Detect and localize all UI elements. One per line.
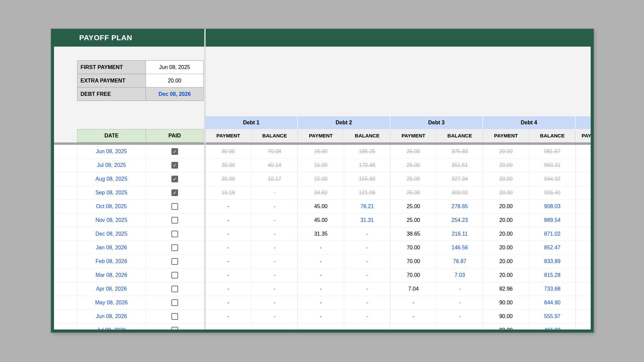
balance-cell[interactable]: - (252, 214, 298, 227)
balance-cell[interactable]: 852.47 (529, 241, 576, 254)
balance-cell[interactable]: 76.21 (344, 200, 390, 213)
paid-checkbox[interactable] (171, 203, 178, 210)
payment-cell[interactable]: 70.00 (390, 268, 437, 282)
payment-cell[interactable] (576, 268, 591, 282)
date-cell[interactable]: Jun 08, 2026 (77, 310, 146, 323)
balance-cell[interactable]: 963.31 (529, 159, 576, 172)
date-cell[interactable]: Jul 08, 2026 (77, 323, 146, 329)
payment-cell[interactable]: 20.00 (483, 241, 529, 254)
payment-cell[interactable]: 70.00 (390, 241, 437, 254)
balance-cell[interactable]: 185.25 (344, 145, 390, 158)
payment-cell[interactable]: - (205, 200, 252, 213)
payment-cell[interactable] (576, 323, 591, 329)
balance-cell[interactable]: - (252, 323, 298, 329)
payment-cell[interactable]: 20.00 (483, 186, 529, 199)
balance-cell[interactable]: 871.02 (529, 227, 576, 241)
payment-cell[interactable]: - (205, 241, 252, 254)
payment-cell[interactable]: - (298, 282, 344, 296)
date-cell[interactable]: Mar 08, 2026 (77, 268, 146, 282)
paid-checkbox[interactable]: ✓ (171, 148, 178, 155)
payment-cell[interactable]: 30.00 (205, 159, 252, 172)
payment-cell[interactable]: 90.00 (483, 323, 529, 329)
balance-cell[interactable]: 254.23 (437, 214, 483, 227)
payment-cell[interactable]: - (390, 323, 437, 329)
balance-cell[interactable]: 327.34 (437, 172, 483, 186)
balance-cell[interactable]: - (252, 282, 298, 296)
payment-cell[interactable] (576, 296, 591, 309)
paid-checkbox[interactable] (171, 327, 178, 329)
balance-cell[interactable]: - (437, 282, 483, 296)
paid-cell[interactable] (146, 296, 204, 309)
date-cell[interactable]: May 08, 2026 (77, 296, 146, 309)
balance-cell[interactable]: 7.03 (437, 268, 483, 282)
payment-cell[interactable] (576, 310, 591, 323)
balance-cell[interactable]: 121.06 (344, 186, 390, 199)
paid-checkbox[interactable] (171, 231, 178, 237)
payment-cell[interactable]: 25.00 (390, 214, 437, 227)
date-cell[interactable]: Jun 08, 2025 (77, 145, 146, 158)
balance-cell[interactable]: 944.92 (529, 172, 576, 186)
balance-cell[interactable]: 733.68 (529, 282, 576, 296)
payment-cell[interactable]: 70.00 (390, 255, 437, 268)
payment-cell[interactable]: - (390, 296, 437, 309)
payment-cell[interactable]: - (205, 268, 252, 282)
balance-cell[interactable]: - (252, 268, 298, 282)
payment-cell[interactable]: - (298, 255, 344, 268)
payment-cell[interactable]: 15.00 (298, 159, 344, 172)
balance-cell[interactable]: 146.56 (437, 241, 483, 254)
balance-cell[interactable]: 303.02 (437, 186, 483, 199)
balance-cell[interactable]: - (344, 268, 390, 282)
payment-cell[interactable] (576, 255, 591, 268)
paid-checkbox[interactable] (171, 272, 178, 279)
payment-cell[interactable]: 7.04 (390, 282, 437, 296)
payment-cell[interactable]: - (298, 323, 344, 329)
payment-cell[interactable] (576, 282, 591, 296)
payment-cell[interactable]: - (205, 255, 252, 268)
payment-cell[interactable]: 20.00 (483, 227, 529, 241)
balance-cell[interactable]: - (252, 227, 298, 241)
date-cell[interactable]: Nov 08, 2025 (77, 214, 146, 227)
payment-cell[interactable]: 25.00 (390, 159, 437, 172)
balance-cell[interactable]: 351.61 (437, 159, 483, 172)
payment-cell[interactable]: 20.00 (483, 159, 529, 172)
balance-cell[interactable]: - (437, 296, 483, 309)
date-cell[interactable]: Jan 08, 2026 (77, 241, 146, 254)
payment-cell[interactable]: 20.00 (483, 268, 529, 282)
payment-cell[interactable]: 20.00 (483, 255, 529, 268)
balance-cell[interactable]: 40.14 (252, 159, 298, 172)
payment-cell[interactable]: 30.00 (205, 172, 252, 186)
payment-cell[interactable]: - (298, 268, 344, 282)
balance-cell[interactable]: 889.54 (529, 214, 576, 227)
payment-cell[interactable]: 90.00 (483, 310, 529, 323)
payment-cell[interactable] (576, 241, 591, 254)
balance-cell[interactable]: 31.31 (344, 214, 390, 227)
paid-cell[interactable] (146, 282, 204, 296)
balance-cell[interactable]: - (252, 186, 298, 199)
payment-cell[interactable]: 15.00 (298, 145, 344, 158)
payment-cell[interactable]: 10.18 (205, 186, 252, 199)
balance-cell[interactable]: - (344, 296, 390, 309)
payment-cell[interactable]: 31.35 (298, 227, 344, 241)
payment-cell[interactable]: - (205, 282, 252, 296)
payment-cell[interactable]: 20.00 (483, 214, 529, 227)
paid-cell[interactable] (146, 241, 204, 254)
date-cell[interactable]: Oct 08, 2025 (77, 200, 146, 213)
payment-cell[interactable]: 30.00 (205, 145, 252, 158)
payment-cell[interactable]: 45.00 (298, 214, 344, 227)
payment-cell[interactable] (576, 214, 591, 227)
first-payment-value[interactable]: Jun 08, 2025 (146, 60, 204, 74)
paid-cell[interactable]: ✓ (146, 172, 204, 186)
balance-cell[interactable]: 908.03 (529, 200, 576, 213)
paid-checkbox[interactable] (171, 313, 178, 320)
date-cell[interactable]: Aug 08, 2025 (77, 172, 146, 186)
balance-cell[interactable]: 644.90 (529, 296, 576, 309)
date-cell[interactable]: Jul 08, 2025 (77, 159, 146, 172)
balance-cell[interactable]: 278.65 (437, 200, 483, 213)
payment-cell[interactable]: 90.00 (483, 296, 529, 309)
paid-cell[interactable] (146, 255, 204, 268)
payment-cell[interactable] (576, 186, 591, 199)
payment-cell[interactable]: - (205, 227, 252, 241)
payment-cell[interactable]: - (298, 310, 344, 323)
balance-cell[interactable]: - (437, 323, 483, 329)
balance-cell[interactable]: - (344, 227, 390, 241)
